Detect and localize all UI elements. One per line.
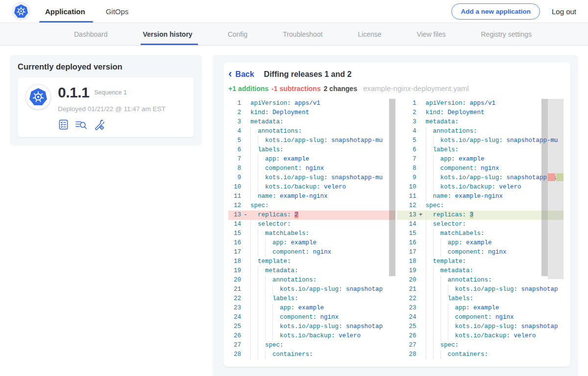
subnav-item-registry-settings[interactable]: Registry settings: [478, 23, 534, 45]
ship-wheel-icon: [15, 5, 27, 17]
diff-editor: 1apiVersion: apps/v12kind: Deployment3me…: [228, 99, 564, 360]
additions-count: +1 additions: [228, 85, 269, 93]
app-icon: [25, 84, 51, 110]
diff-filename: example-nginx-deployment.yaml: [363, 84, 469, 93]
diff-line: 2kind: Deployment: [228, 108, 395, 118]
changes-count: 2 changes: [323, 85, 357, 93]
currently-deployed-panel: Currently deployed version: [10, 55, 202, 146]
diff-line: 15 matchLabels:: [397, 229, 564, 238]
deployed-panel-title: Currently deployed version: [18, 62, 194, 71]
diff-line: 26 kots.io/backup: velero: [228, 331, 395, 341]
subnav-item-config[interactable]: Config: [225, 23, 250, 45]
diff-line: 21 kots.io/app-slug: snapshotap: [397, 285, 564, 294]
diff-line: 1apiVersion: apps/v1: [397, 99, 564, 108]
deployed-version-card: 0.1.1 Sequence 1 Deployed 01/21/22 @ 11:…: [18, 77, 194, 137]
sequence-label: Sequence 1: [94, 89, 127, 96]
diff-line: 28 containers:: [397, 350, 564, 359]
checklist-icon[interactable]: [58, 119, 69, 130]
diff-line: 24 component: nginx: [228, 313, 395, 322]
diff-stats: +1 additions -1 subtractions 2 changes e…: [228, 84, 564, 93]
kubernetes-logo: [12, 2, 30, 21]
diff-line: 24 component: nginx: [397, 313, 564, 322]
app-subnav: DashboardVersion historyConfigTroublesho…: [0, 23, 588, 46]
subnav-item-dashboard[interactable]: Dashboard: [72, 23, 110, 45]
diff-pane-modified[interactable]: 1apiVersion: apps/v12kind: Deployment3me…: [397, 99, 564, 360]
diff-line: 27 spec:: [228, 341, 395, 350]
release-notes-search-icon[interactable]: [75, 119, 87, 130]
diff-line: 26 kots.io/backup: velero: [397, 331, 564, 341]
wrench-gear-icon[interactable]: [93, 119, 104, 130]
diff-line: 20 annotations:: [228, 276, 395, 285]
diff-pane-modified-rows: 1apiVersion: apps/v12kind: Deployment3me…: [397, 99, 564, 359]
back-button[interactable]: ‹ Back: [228, 70, 254, 79]
diff-outer-panel: ‹ Back Diffing releases 1 and 2 +1 addit…: [212, 55, 578, 376]
diff-line: 3metadata:: [397, 118, 564, 127]
diff-line: 7 app: example: [228, 155, 395, 164]
diff-line: 13+ replicas: 3: [397, 211, 564, 220]
diff-line: 23 app: example: [397, 304, 564, 313]
ship-wheel-icon: [31, 90, 46, 104]
diff-line: 19 metadata:: [397, 266, 564, 276]
diff-line: 16 app: example: [228, 238, 395, 248]
diff-line: 22 labels:: [397, 294, 564, 304]
diff-line: 16 app: example: [397, 238, 564, 248]
diff-line: 4 annotations:: [228, 127, 395, 136]
diff-line: 1apiVersion: apps/v1: [228, 99, 395, 108]
diff-line: 13- replicas: 2: [228, 211, 395, 220]
main-content: Currently deployed version: [0, 46, 588, 376]
diff-line: 25 kots.io/app-slug: snapshotap: [228, 322, 395, 331]
diff-card: ‹ Back Diffing releases 1 and 2 +1 addit…: [223, 62, 570, 367]
diff-line: 25 kots.io/app-slug: snapshotap: [397, 322, 564, 331]
diff-line: 15 matchLabels:: [228, 229, 395, 238]
subnav-item-view-files[interactable]: View files: [415, 23, 448, 45]
diff-pane-original[interactable]: 1apiVersion: apps/v12kind: Deployment3me…: [228, 99, 395, 360]
diff-line: 28 containers:: [228, 350, 395, 359]
topnav-tab-gitops[interactable]: GitOps: [106, 0, 129, 23]
scrollbar-thumb[interactable]: [389, 99, 395, 276]
diff-line: 7 app: example: [397, 155, 564, 164]
diff-line: 8 component: nginx: [228, 164, 395, 173]
topnav-tab-application[interactable]: Application: [45, 0, 85, 23]
diff-line: 18 template:: [397, 257, 564, 266]
diff-line: 17 component: nginx: [228, 248, 395, 257]
diff-line: 14 selector:: [397, 220, 564, 229]
diff-line: 6 labels:: [228, 145, 395, 155]
diff-line: 4 annotations:: [397, 127, 564, 136]
diff-line: 21 kots.io/app-slug: snapshotap: [228, 285, 395, 294]
subnav-item-license[interactable]: License: [355, 23, 384, 45]
chevron-left-icon: ‹: [228, 70, 232, 78]
version-number: 0.1.1: [58, 84, 89, 101]
ruler-addition-mark: [556, 173, 564, 181]
subnav-item-troubleshoot[interactable]: Troubleshoot: [280, 23, 325, 45]
ruler-deletion-mark: [548, 173, 555, 181]
subtractions-count: -1 subtractions: [271, 85, 320, 93]
diff-pane-original-rows: 1apiVersion: apps/v12kind: Deployment3me…: [228, 99, 395, 359]
diff-line: 18 template:: [228, 257, 395, 266]
diff-line: 10 kots.io/backup: velero: [397, 183, 564, 192]
diff-line: 12spec:: [397, 201, 564, 211]
logout-button[interactable]: Log out: [552, 7, 576, 16]
diff-line: 2kind: Deployment: [397, 108, 564, 118]
diff-line: 3metadata:: [228, 118, 395, 127]
diff-line: 12spec:: [228, 201, 395, 211]
diff-line: 6 labels:: [397, 145, 564, 155]
diff-title: Diffing releases 1 and 2: [264, 70, 352, 79]
diff-line: 11 name: example-nginx: [397, 192, 564, 201]
diff-line: 19 metadata:: [228, 266, 395, 276]
diff-line: 8 component: nginx: [397, 164, 564, 173]
diff-line: 17 component: nginx: [397, 248, 564, 257]
diff-line: 5 kots.io/app-slug: snapshotapp-mu: [228, 136, 395, 145]
diff-line: 9 kots.io/app-slug: snapshotapp-mu: [228, 173, 395, 183]
diff-line: 11 name: example-nginx: [228, 192, 395, 201]
diff-line: 27 spec:: [397, 341, 564, 350]
diff-line: 23 app: example: [228, 304, 395, 313]
diff-line: 5 kots.io/app-slug: snapshotapp-mu: [397, 136, 564, 145]
diff-line: 14 selector:: [228, 220, 395, 229]
diff-line: 20 annotations:: [397, 276, 564, 285]
diff-line: 22 labels:: [228, 294, 395, 304]
deployed-timestamp: Deployed 01/21/22 @ 11:47 am EST: [58, 105, 166, 113]
add-application-button[interactable]: Add a new application: [451, 3, 540, 20]
scrollbar-thumb[interactable]: [541, 99, 548, 276]
diff-overview-ruler: [548, 99, 564, 279]
subnav-item-version-history[interactable]: Version history: [141, 23, 195, 45]
